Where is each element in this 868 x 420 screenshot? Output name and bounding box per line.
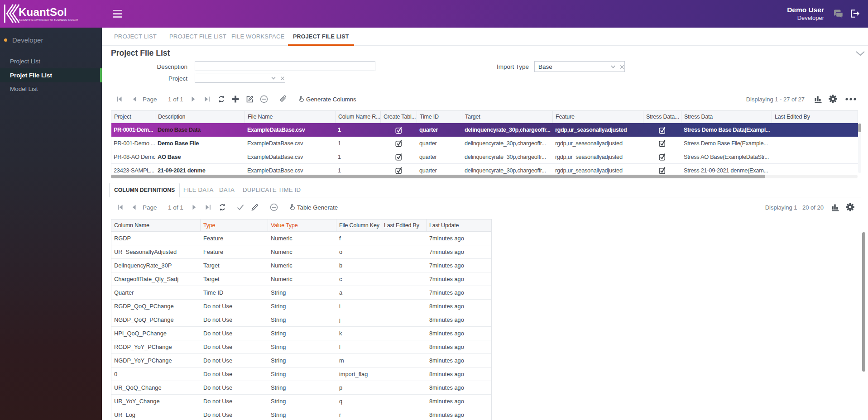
sidebar-item-model-list[interactable]: Model List (0, 82, 102, 96)
grid2-refresh-icon[interactable] (218, 203, 226, 211)
import-type-combo-chevron-icon[interactable] (611, 65, 615, 68)
checkbox-checked-icon[interactable] (395, 153, 403, 161)
grid2-row[interactable]: 0Do not UseStringimport_flag8minutes ago (111, 368, 491, 381)
grid2-prev-page-icon[interactable] (130, 204, 138, 211)
grid2-row[interactable]: RGDPFeatureNumericf7minutes ago (111, 232, 491, 245)
grid2-row[interactable]: QuarterTime IDStringa7minutes ago (111, 286, 491, 300)
grid2-row[interactable]: UR_LogDo not UseStringr8minutes ago (111, 408, 491, 420)
hamburger-menu-icon[interactable] (113, 10, 122, 18)
grid1-column-header-description[interactable]: Description (155, 111, 245, 123)
grid1-row[interactable]: PR-0001-Dem...Demo Base DataExampleDataB… (111, 123, 858, 137)
grid1-column-header-last_edited_by[interactable]: Last Edited By (772, 111, 858, 123)
grid1-refresh-icon[interactable] (217, 95, 225, 103)
generate-columns-button[interactable]: Generate Columns (306, 96, 356, 103)
grid2-column-header-last_edited_by[interactable]: Last Edited By (381, 220, 427, 231)
table-generate-button[interactable]: Table Generate (297, 204, 338, 211)
grid1-cell-project: PR-001-Demo ... (111, 137, 155, 150)
grid2-first-page-icon[interactable] (117, 204, 124, 211)
grid1-column-header-time_id[interactable]: Time ID (417, 111, 462, 123)
grid2-settings-gear-icon[interactable] (845, 202, 855, 212)
grid1-row[interactable]: 23423-SAMPL...21-09-2021 denmeExampleDat… (111, 164, 858, 175)
grid2-column-header-last_update[interactable]: Last Update (427, 220, 491, 231)
checkbox-checked-icon[interactable] (395, 139, 403, 147)
grid2-row[interactable]: UR_QoQ_ChangeDo not UseStringp8minutes a… (111, 381, 491, 395)
grid1-next-page-icon[interactable] (190, 95, 197, 103)
grid1-first-page-icon[interactable] (116, 95, 123, 103)
grid1-edit-icon[interactable] (246, 95, 254, 103)
grid2-column-header-column_name[interactable]: Column Name (111, 220, 201, 231)
grid2-next-page-icon[interactable] (191, 204, 198, 211)
project-combo-clear-icon[interactable] (280, 76, 285, 81)
grid2-row[interactable]: NGDP_YoY_PChangeDo not UseStringm8minute… (111, 354, 491, 368)
grid2-row[interactable]: ChargeoffRate_Qly_SadjTargetNumericc7min… (111, 272, 491, 286)
tab-file-workspace-2[interactable]: FILE WORKSPACE (231, 28, 284, 46)
detail-tab-column-definitions[interactable]: COLUMN DEFINITIONS (109, 183, 180, 197)
chat-icon[interactable] (833, 9, 844, 19)
grid2-row[interactable]: HPI_QoQ_PChangeDo not UseStringk8minutes… (111, 327, 491, 340)
grid1-column-header-stress_data_flag[interactable]: Stress Data... (643, 111, 681, 123)
grid1-row[interactable]: PR-001-Demo ...Demo Base FileExampleData… (111, 137, 858, 150)
generate-columns-icon[interactable] (298, 95, 305, 102)
grid2-commit-check-icon[interactable] (236, 203, 245, 211)
grid2-remove-icon[interactable] (270, 203, 278, 211)
grid1-horizontal-scrollbar-thumb[interactable] (111, 175, 765, 178)
user-block[interactable]: Demo User Developer (787, 5, 824, 22)
grid1-more-options-icon[interactable] (845, 97, 857, 101)
detail-tab-duplicate-time-id[interactable]: DUPLICATE TIME ID (243, 183, 301, 197)
grid1-row[interactable]: PR-08-AO DemoAO BaseExampleDataBase.csv1… (111, 150, 858, 164)
grid1-column-header-project[interactable]: Project (111, 111, 155, 123)
grid1-column-header-create_table[interactable]: Create Tabl... (381, 111, 417, 123)
sidebar-item-project-list[interactable]: Project List (0, 55, 102, 68)
checkbox-checked-icon[interactable] (395, 126, 403, 134)
grid2-row[interactable]: UR_YoY_ChangeDo not UseStringq8minutes a… (111, 395, 491, 408)
project-combo-chevron-icon[interactable] (271, 76, 276, 80)
grid1-column-header-colum_name_row[interactable]: Colum Name R... (336, 111, 381, 123)
collapse-panel-chevron-icon[interactable] (855, 51, 865, 56)
grid2-cell-column_name: ChargeoffRate_Qly_Sadj (111, 272, 201, 286)
brand-logo[interactable]: KuantSol SCIENTIFIC APPROACH TO BUSINESS… (0, 0, 102, 28)
detail-tab-data[interactable]: DATA (219, 183, 235, 197)
grid2-row[interactable]: DelinquencyRate_30PTargetNumericb7minute… (111, 259, 491, 272)
detail-tab-file-data[interactable]: FILE DATA (183, 183, 214, 197)
page-vertical-scrollbar[interactable] (862, 232, 865, 372)
checkbox-checked-icon[interactable] (659, 126, 667, 134)
grid1-prev-page-icon[interactable] (131, 95, 138, 103)
checkbox-checked-icon[interactable] (395, 167, 403, 174)
grid1-column-header-target[interactable]: Target (462, 111, 553, 123)
checkbox-checked-icon[interactable] (659, 153, 667, 161)
grid1-last-page-icon[interactable] (203, 95, 211, 103)
grid1-add-icon[interactable] (231, 95, 240, 103)
grid1-vertical-scrollbar-thumb[interactable] (858, 124, 861, 132)
checkbox-checked-icon[interactable] (659, 167, 667, 174)
grid1-chart-icon[interactable] (814, 95, 823, 104)
grid1-column-header-feature[interactable]: Feature (553, 111, 643, 123)
grid2-column-header-value_type[interactable]: Value Type (268, 220, 336, 231)
grid1-horizontal-scrollbar[interactable] (111, 175, 858, 178)
grid2-chart-icon[interactable] (831, 203, 840, 212)
logout-icon[interactable] (849, 9, 860, 18)
grid2-edit-pencil-icon[interactable] (251, 203, 259, 211)
grid2-column-header-type[interactable]: Type (201, 220, 268, 231)
grid1-vertical-scrollbar[interactable] (858, 123, 861, 173)
tab-project-list-0[interactable]: PROJECT LIST (114, 28, 157, 46)
description-input[interactable] (195, 61, 375, 71)
grid2-row[interactable]: NGDP_QoQ_PChangeDo not UseStringj8minute… (111, 313, 491, 327)
grid2-row[interactable]: UR_SeasonallyAdjustedFeatureNumerico7min… (111, 245, 491, 259)
sidebar-item-projet-file-list[interactable]: Projet File List (0, 68, 102, 82)
table-generate-icon[interactable] (289, 204, 296, 210)
grid1-column-header-file_name[interactable]: File Name (245, 111, 336, 123)
grid1-column-header-stress_data[interactable]: Stress Data (681, 111, 772, 123)
tab-project-file-list-3[interactable]: PROJECT FILE LIST (288, 28, 354, 46)
grid2-column-header-file_column_key[interactable]: File Column Key (336, 220, 381, 231)
grid1-settings-gear-icon[interactable] (828, 94, 838, 104)
grid1-remove-icon[interactable] (260, 95, 268, 103)
tab-project-file-list-1[interactable]: PROJECT FILE LIST (169, 28, 226, 46)
checkbox-checked-icon[interactable] (659, 139, 667, 147)
grid2-row[interactable]: RGDP_QoQ_PChangeDo not UseStringi8minute… (111, 300, 491, 313)
import-type-combo-clear-icon[interactable] (620, 65, 624, 69)
grid1-attachment-icon[interactable] (279, 95, 288, 103)
grid2-last-page-icon[interactable] (204, 204, 211, 211)
import-type-combobox[interactable]: Base (534, 61, 625, 72)
project-combobox[interactable] (195, 73, 285, 83)
grid2-row[interactable]: RGDP_YoY_PChangeDo not UseStringl8minute… (111, 340, 491, 354)
